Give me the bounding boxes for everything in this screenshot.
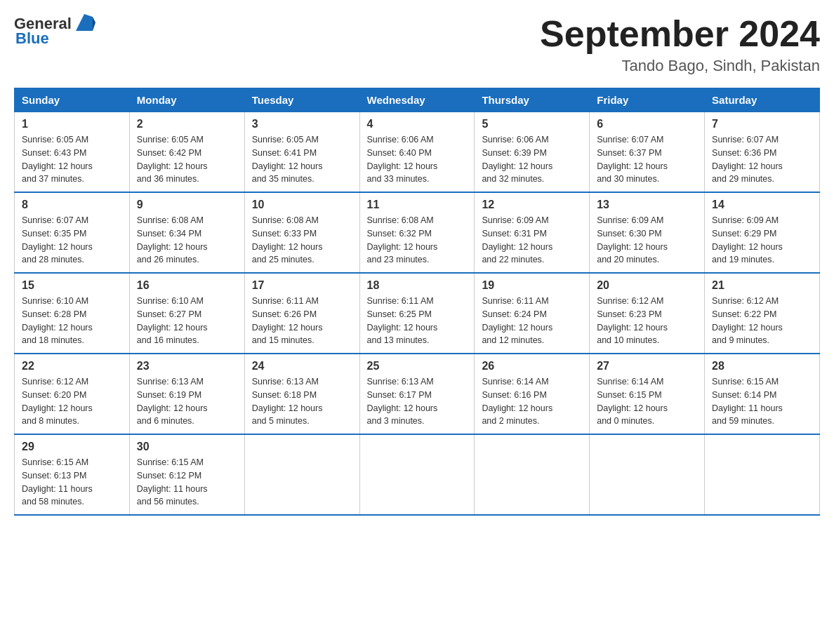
calendar-day-cell: 5 Sunrise: 6:06 AMSunset: 6:39 PMDayligh…: [475, 112, 590, 193]
svg-marker-0: [76, 14, 93, 31]
logo: General Blue: [14, 14, 95, 48]
day-info: Sunrise: 6:08 AMSunset: 6:33 PMDaylight:…: [252, 214, 352, 267]
calendar-week-row: 1 Sunrise: 6:05 AMSunset: 6:43 PMDayligh…: [15, 112, 820, 193]
day-info: Sunrise: 6:06 AMSunset: 6:39 PMDaylight:…: [482, 133, 582, 186]
day-number: 23: [137, 360, 237, 373]
calendar-day-cell: 7 Sunrise: 6:07 AMSunset: 6:36 PMDayligh…: [705, 112, 820, 193]
page-header: General Blue September 2024 Tando Bago, …: [14, 14, 820, 75]
day-number: 17: [252, 279, 352, 292]
day-info: Sunrise: 6:12 AMSunset: 6:23 PMDaylight:…: [597, 295, 697, 347]
day-number: 8: [22, 199, 122, 211]
calendar-day-cell: 13 Sunrise: 6:09 AMSunset: 6:30 PMDaylig…: [590, 192, 705, 273]
day-info: Sunrise: 6:15 AMSunset: 6:12 PMDaylight:…: [137, 456, 237, 509]
calendar-day-cell: [590, 434, 705, 515]
calendar-day-cell: 27 Sunrise: 6:14 AMSunset: 6:15 PMDaylig…: [590, 354, 705, 434]
calendar-day-cell: 22 Sunrise: 6:12 AMSunset: 6:20 PMDaylig…: [15, 354, 130, 434]
day-info: Sunrise: 6:08 AMSunset: 6:34 PMDaylight:…: [137, 214, 237, 267]
calendar-day-cell: 20 Sunrise: 6:12 AMSunset: 6:23 PMDaylig…: [590, 273, 705, 354]
calendar-day-cell: 2 Sunrise: 6:05 AMSunset: 6:42 PMDayligh…: [129, 112, 244, 193]
col-tuesday: Tuesday: [244, 88, 359, 112]
calendar-week-row: 22 Sunrise: 6:12 AMSunset: 6:20 PMDaylig…: [15, 354, 820, 434]
calendar-day-cell: 29 Sunrise: 6:15 AMSunset: 6:13 PMDaylig…: [15, 434, 130, 515]
day-info: Sunrise: 6:10 AMSunset: 6:27 PMDaylight:…: [137, 295, 237, 347]
calendar-day-cell: 24 Sunrise: 6:13 AMSunset: 6:18 PMDaylig…: [244, 354, 359, 434]
col-thursday: Thursday: [475, 88, 590, 112]
day-info: Sunrise: 6:05 AMSunset: 6:42 PMDaylight:…: [137, 133, 237, 186]
calendar-day-cell: 30 Sunrise: 6:15 AMSunset: 6:12 PMDaylig…: [129, 434, 244, 515]
day-number: 13: [597, 199, 697, 211]
col-monday: Monday: [129, 88, 244, 112]
day-number: 10: [252, 199, 352, 211]
calendar-day-cell: 19 Sunrise: 6:11 AMSunset: 6:24 PMDaylig…: [475, 273, 590, 354]
day-number: 11: [367, 199, 468, 211]
day-info: Sunrise: 6:07 AMSunset: 6:35 PMDaylight:…: [22, 214, 122, 267]
calendar-day-cell: 11 Sunrise: 6:08 AMSunset: 6:32 PMDaylig…: [359, 192, 475, 273]
day-number: 15: [22, 279, 122, 292]
day-info: Sunrise: 6:05 AMSunset: 6:43 PMDaylight:…: [22, 133, 122, 186]
calendar-day-cell: 9 Sunrise: 6:08 AMSunset: 6:34 PMDayligh…: [129, 192, 244, 273]
day-number: 22: [22, 360, 122, 373]
calendar-week-row: 29 Sunrise: 6:15 AMSunset: 6:13 PMDaylig…: [15, 434, 820, 515]
col-friday: Friday: [590, 88, 705, 112]
day-number: 21: [712, 279, 812, 292]
calendar-day-cell: [359, 434, 475, 515]
calendar-day-cell: 21 Sunrise: 6:12 AMSunset: 6:22 PMDaylig…: [705, 273, 820, 354]
title-block: September 2024 Tando Bago, Sindh, Pakist…: [540, 14, 820, 75]
logo-icon: [73, 11, 95, 34]
calendar-day-cell: [705, 434, 820, 515]
col-wednesday: Wednesday: [359, 88, 475, 112]
day-number: 12: [482, 199, 582, 211]
col-sunday: Sunday: [15, 88, 130, 112]
day-info: Sunrise: 6:12 AMSunset: 6:22 PMDaylight:…: [712, 295, 812, 347]
day-number: 19: [482, 279, 582, 292]
day-number: 9: [137, 199, 237, 211]
day-number: 25: [367, 360, 468, 373]
day-number: 14: [712, 199, 812, 211]
day-number: 27: [597, 360, 697, 373]
calendar-week-row: 15 Sunrise: 6:10 AMSunset: 6:28 PMDaylig…: [15, 273, 820, 354]
calendar-day-cell: 4 Sunrise: 6:06 AMSunset: 6:40 PMDayligh…: [359, 112, 475, 193]
day-number: 4: [367, 118, 468, 130]
calendar-day-cell: 6 Sunrise: 6:07 AMSunset: 6:37 PMDayligh…: [590, 112, 705, 193]
calendar-day-cell: 17 Sunrise: 6:11 AMSunset: 6:26 PMDaylig…: [244, 273, 359, 354]
calendar-day-cell: 15 Sunrise: 6:10 AMSunset: 6:28 PMDaylig…: [15, 273, 130, 354]
calendar-day-cell: 1 Sunrise: 6:05 AMSunset: 6:43 PMDayligh…: [15, 112, 130, 193]
day-info: Sunrise: 6:07 AMSunset: 6:36 PMDaylight:…: [712, 133, 812, 186]
logo-blue-text: Blue: [15, 29, 49, 48]
day-number: 18: [367, 279, 468, 292]
day-info: Sunrise: 6:12 AMSunset: 6:20 PMDaylight:…: [22, 375, 122, 428]
day-number: 29: [22, 441, 122, 453]
calendar-day-cell: 28 Sunrise: 6:15 AMSunset: 6:14 PMDaylig…: [705, 354, 820, 434]
calendar-day-cell: 16 Sunrise: 6:10 AMSunset: 6:27 PMDaylig…: [129, 273, 244, 354]
calendar-day-cell: 25 Sunrise: 6:13 AMSunset: 6:17 PMDaylig…: [359, 354, 475, 434]
calendar-day-cell: 23 Sunrise: 6:13 AMSunset: 6:19 PMDaylig…: [129, 354, 244, 434]
calendar-day-cell: 18 Sunrise: 6:11 AMSunset: 6:25 PMDaylig…: [359, 273, 475, 354]
calendar-subtitle: Tando Bago, Sindh, Pakistan: [540, 57, 820, 75]
day-number: 3: [252, 118, 352, 130]
day-info: Sunrise: 6:14 AMSunset: 6:15 PMDaylight:…: [597, 375, 697, 428]
calendar-week-row: 8 Sunrise: 6:07 AMSunset: 6:35 PMDayligh…: [15, 192, 820, 273]
col-saturday: Saturday: [705, 88, 820, 112]
day-info: Sunrise: 6:11 AMSunset: 6:26 PMDaylight:…: [252, 295, 352, 347]
day-info: Sunrise: 6:11 AMSunset: 6:24 PMDaylight:…: [482, 295, 582, 347]
day-info: Sunrise: 6:09 AMSunset: 6:30 PMDaylight:…: [597, 214, 697, 267]
day-info: Sunrise: 6:15 AMSunset: 6:14 PMDaylight:…: [712, 375, 812, 428]
calendar-table: Sunday Monday Tuesday Wednesday Thursday…: [14, 88, 820, 516]
day-info: Sunrise: 6:09 AMSunset: 6:31 PMDaylight:…: [482, 214, 582, 267]
day-number: 24: [252, 360, 352, 373]
day-info: Sunrise: 6:07 AMSunset: 6:37 PMDaylight:…: [597, 133, 697, 186]
calendar-title: September 2024: [540, 14, 820, 54]
day-info: Sunrise: 6:13 AMSunset: 6:19 PMDaylight:…: [137, 375, 237, 428]
day-number: 1: [22, 118, 122, 130]
calendar-body: 1 Sunrise: 6:05 AMSunset: 6:43 PMDayligh…: [15, 112, 820, 516]
day-number: 5: [482, 118, 582, 130]
day-info: Sunrise: 6:10 AMSunset: 6:28 PMDaylight:…: [22, 295, 122, 347]
calendar-day-cell: 8 Sunrise: 6:07 AMSunset: 6:35 PMDayligh…: [15, 192, 130, 273]
day-number: 20: [597, 279, 697, 292]
day-number: 26: [482, 360, 582, 373]
day-info: Sunrise: 6:05 AMSunset: 6:41 PMDaylight:…: [252, 133, 352, 186]
day-info: Sunrise: 6:08 AMSunset: 6:32 PMDaylight:…: [367, 214, 468, 267]
day-info: Sunrise: 6:13 AMSunset: 6:17 PMDaylight:…: [367, 375, 468, 428]
day-number: 30: [137, 441, 237, 453]
calendar-day-cell: 10 Sunrise: 6:08 AMSunset: 6:33 PMDaylig…: [244, 192, 359, 273]
